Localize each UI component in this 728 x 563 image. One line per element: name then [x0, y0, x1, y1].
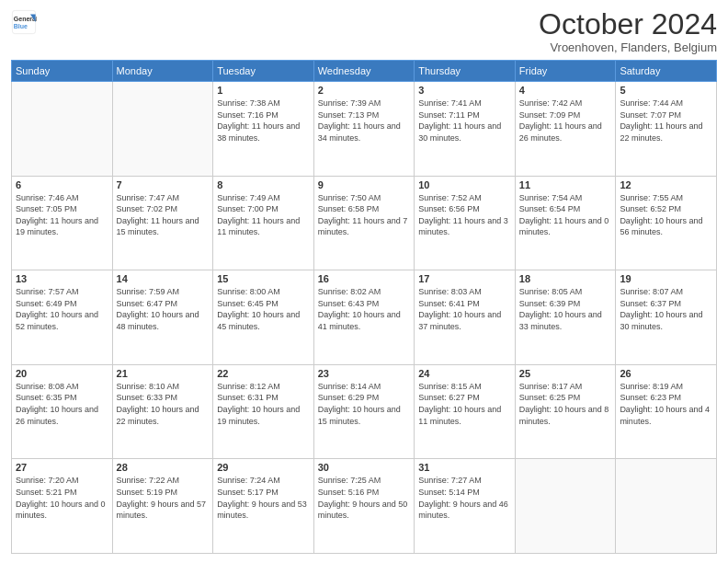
- location-subtitle: Vroenhoven, Flanders, Belgium: [539, 40, 717, 54]
- col-monday: Monday: [112, 61, 213, 82]
- calendar-week-row: 13Sunrise: 7:57 AM Sunset: 6:49 PM Dayli…: [12, 270, 717, 365]
- table-row: 12Sunrise: 7:55 AM Sunset: 6:52 PM Dayli…: [616, 176, 717, 270]
- table-row: 15Sunrise: 8:00 AM Sunset: 6:45 PM Dayli…: [213, 270, 314, 365]
- day-info: Sunrise: 7:42 AM Sunset: 7:09 PM Dayligh…: [519, 98, 612, 144]
- table-row: 17Sunrise: 8:03 AM Sunset: 6:41 PM Dayli…: [415, 270, 516, 365]
- day-number: 18: [519, 273, 612, 284]
- table-row: 11Sunrise: 7:54 AM Sunset: 6:54 PM Dayli…: [515, 176, 616, 270]
- day-info: Sunrise: 7:39 AM Sunset: 7:13 PM Dayligh…: [318, 98, 411, 144]
- day-info: Sunrise: 7:27 AM Sunset: 5:14 PM Dayligh…: [418, 475, 511, 521]
- day-number: 14: [117, 273, 210, 284]
- day-info: Sunrise: 8:19 AM Sunset: 6:23 PM Dayligh…: [620, 381, 712, 427]
- day-info: Sunrise: 7:20 AM Sunset: 5:21 PM Dayligh…: [16, 475, 108, 521]
- table-row: [515, 459, 616, 554]
- table-row: 20Sunrise: 8:08 AM Sunset: 6:35 PM Dayli…: [12, 364, 113, 459]
- day-info: Sunrise: 7:59 AM Sunset: 6:47 PM Dayligh…: [117, 286, 210, 332]
- day-number: 15: [217, 273, 310, 284]
- title-block: October 2024 Vroenhoven, Flanders, Belgi…: [539, 9, 717, 54]
- table-row: 29Sunrise: 7:24 AM Sunset: 5:17 PM Dayli…: [213, 459, 314, 554]
- day-info: Sunrise: 8:17 AM Sunset: 6:25 PM Dayligh…: [519, 381, 612, 427]
- day-info: Sunrise: 8:02 AM Sunset: 6:43 PM Dayligh…: [318, 286, 411, 332]
- table-row: 22Sunrise: 8:12 AM Sunset: 6:31 PM Dayli…: [213, 364, 314, 459]
- day-info: Sunrise: 8:05 AM Sunset: 6:39 PM Dayligh…: [519, 286, 612, 332]
- day-number: 28: [117, 462, 210, 473]
- calendar-week-row: 20Sunrise: 8:08 AM Sunset: 6:35 PM Dayli…: [12, 364, 717, 459]
- table-row: 1Sunrise: 7:38 AM Sunset: 7:16 PM Daylig…: [213, 82, 314, 177]
- day-info: Sunrise: 8:08 AM Sunset: 6:35 PM Dayligh…: [16, 381, 108, 427]
- logo-icon: General Blue: [11, 9, 37, 35]
- table-row: 25Sunrise: 8:17 AM Sunset: 6:25 PM Dayli…: [515, 364, 616, 459]
- day-number: 11: [519, 179, 612, 190]
- day-number: 17: [418, 273, 511, 284]
- day-info: Sunrise: 8:03 AM Sunset: 6:41 PM Dayligh…: [418, 286, 511, 332]
- calendar-week-row: 6Sunrise: 7:46 AM Sunset: 7:05 PM Daylig…: [12, 176, 717, 270]
- day-info: Sunrise: 8:10 AM Sunset: 6:33 PM Dayligh…: [117, 381, 210, 427]
- day-number: 21: [117, 368, 210, 379]
- table-row: 16Sunrise: 8:02 AM Sunset: 6:43 PM Dayli…: [313, 270, 415, 365]
- day-info: Sunrise: 7:38 AM Sunset: 7:16 PM Dayligh…: [217, 98, 310, 144]
- table-row: 6Sunrise: 7:46 AM Sunset: 7:05 PM Daylig…: [12, 176, 113, 270]
- table-row: [12, 82, 113, 177]
- col-friday: Friday: [515, 61, 616, 82]
- table-row: 8Sunrise: 7:49 AM Sunset: 7:00 PM Daylig…: [213, 176, 314, 270]
- day-number: 22: [217, 368, 310, 379]
- day-info: Sunrise: 7:47 AM Sunset: 7:02 PM Dayligh…: [117, 192, 210, 238]
- day-info: Sunrise: 7:50 AM Sunset: 6:58 PM Dayligh…: [318, 192, 411, 238]
- col-tuesday: Tuesday: [213, 61, 314, 82]
- day-info: Sunrise: 7:22 AM Sunset: 5:19 PM Dayligh…: [117, 475, 210, 521]
- day-info: Sunrise: 7:55 AM Sunset: 6:52 PM Dayligh…: [620, 192, 712, 238]
- day-info: Sunrise: 8:00 AM Sunset: 6:45 PM Dayligh…: [217, 286, 310, 332]
- table-row: 14Sunrise: 7:59 AM Sunset: 6:47 PM Dayli…: [112, 270, 213, 365]
- logo: General Blue: [11, 9, 37, 35]
- day-number: 26: [620, 368, 712, 379]
- table-row: [616, 459, 717, 554]
- calendar-table: Sunday Monday Tuesday Wednesday Thursday…: [11, 60, 717, 554]
- calendar-week-row: 1Sunrise: 7:38 AM Sunset: 7:16 PM Daylig…: [12, 82, 717, 177]
- day-number: 19: [620, 273, 712, 284]
- day-number: 6: [16, 179, 108, 190]
- calendar-header-row: Sunday Monday Tuesday Wednesday Thursday…: [12, 61, 717, 82]
- col-saturday: Saturday: [616, 61, 717, 82]
- col-sunday: Sunday: [12, 61, 113, 82]
- table-row: 5Sunrise: 7:44 AM Sunset: 7:07 PM Daylig…: [616, 82, 717, 177]
- day-info: Sunrise: 7:44 AM Sunset: 7:07 PM Dayligh…: [620, 98, 712, 144]
- day-info: Sunrise: 7:41 AM Sunset: 7:11 PM Dayligh…: [418, 98, 511, 144]
- table-row: 26Sunrise: 8:19 AM Sunset: 6:23 PM Dayli…: [616, 364, 717, 459]
- table-row: 10Sunrise: 7:52 AM Sunset: 6:56 PM Dayli…: [415, 176, 516, 270]
- svg-text:Blue: Blue: [14, 23, 28, 29]
- header: General Blue October 2024 Vroenhoven, Fl…: [11, 9, 717, 54]
- day-number: 2: [318, 85, 411, 96]
- day-info: Sunrise: 7:25 AM Sunset: 5:16 PM Dayligh…: [318, 475, 411, 521]
- day-info: Sunrise: 7:46 AM Sunset: 7:05 PM Dayligh…: [16, 192, 108, 238]
- table-row: 23Sunrise: 8:14 AM Sunset: 6:29 PM Dayli…: [313, 364, 415, 459]
- table-row: 13Sunrise: 7:57 AM Sunset: 6:49 PM Dayli…: [12, 270, 113, 365]
- day-number: 23: [318, 368, 411, 379]
- day-number: 5: [620, 85, 712, 96]
- table-row: [112, 82, 213, 177]
- day-number: 4: [519, 85, 612, 96]
- month-title: October 2024: [539, 9, 717, 39]
- svg-rect-0: [12, 10, 35, 33]
- day-number: 31: [418, 462, 511, 473]
- day-number: 3: [418, 85, 511, 96]
- day-number: 24: [418, 368, 511, 379]
- calendar-week-row: 27Sunrise: 7:20 AM Sunset: 5:21 PM Dayli…: [12, 459, 717, 554]
- day-info: Sunrise: 7:57 AM Sunset: 6:49 PM Dayligh…: [16, 286, 108, 332]
- day-number: 29: [217, 462, 310, 473]
- day-number: 8: [217, 179, 310, 190]
- table-row: 9Sunrise: 7:50 AM Sunset: 6:58 PM Daylig…: [313, 176, 415, 270]
- day-number: 30: [318, 462, 411, 473]
- day-number: 13: [16, 273, 108, 284]
- day-info: Sunrise: 8:07 AM Sunset: 6:37 PM Dayligh…: [620, 286, 712, 332]
- col-wednesday: Wednesday: [313, 61, 415, 82]
- day-info: Sunrise: 8:15 AM Sunset: 6:27 PM Dayligh…: [418, 381, 511, 427]
- day-number: 16: [318, 273, 411, 284]
- table-row: 19Sunrise: 8:07 AM Sunset: 6:37 PM Dayli…: [616, 270, 717, 365]
- table-row: 4Sunrise: 7:42 AM Sunset: 7:09 PM Daylig…: [515, 82, 616, 177]
- table-row: 28Sunrise: 7:22 AM Sunset: 5:19 PM Dayli…: [112, 459, 213, 554]
- table-row: 31Sunrise: 7:27 AM Sunset: 5:14 PM Dayli…: [415, 459, 516, 554]
- table-row: 27Sunrise: 7:20 AM Sunset: 5:21 PM Dayli…: [12, 459, 113, 554]
- table-row: 18Sunrise: 8:05 AM Sunset: 6:39 PM Dayli…: [515, 270, 616, 365]
- col-thursday: Thursday: [415, 61, 516, 82]
- day-number: 27: [16, 462, 108, 473]
